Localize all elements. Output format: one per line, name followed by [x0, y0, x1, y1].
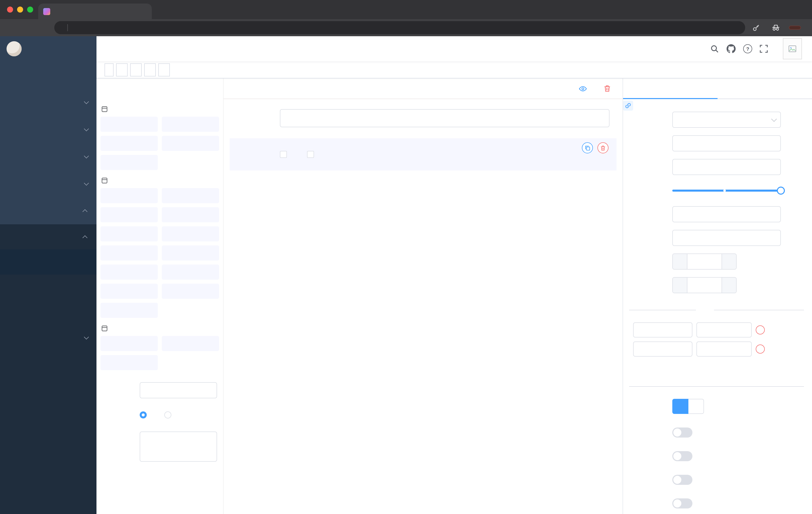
disabled-switch[interactable]: [672, 475, 692, 485]
slider-track[interactable]: [672, 190, 781, 192]
minimize-window-button[interactable]: [17, 6, 23, 12]
tab-strip: [0, 0, 812, 19]
min-select-input[interactable]: [687, 254, 722, 269]
zoom-window-button[interactable]: [27, 6, 33, 12]
gender-option-2[interactable]: [307, 151, 318, 158]
tag-process-model[interactable]: [130, 63, 142, 76]
tag-process-form-edit[interactable]: [158, 63, 170, 76]
help-icon[interactable]: ?: [743, 44, 752, 53]
grid-slider[interactable]: [672, 183, 781, 199]
component-switch[interactable]: [100, 226, 158, 241]
show-label-switch[interactable]: [672, 428, 692, 437]
gender-option-1[interactable]: [280, 151, 291, 158]
link-icon[interactable]: [623, 101, 633, 111]
canvas-field-gender-selected[interactable]: [230, 138, 616, 170]
checkbox-box[interactable]: [280, 151, 287, 158]
update-button[interactable]: [789, 26, 801, 30]
increase-button[interactable]: [722, 278, 736, 293]
component-time-picker[interactable]: [100, 245, 158, 261]
component-multi-line-text[interactable]: [162, 117, 219, 132]
clear-button[interactable]: [604, 85, 613, 92]
component-password[interactable]: [100, 136, 158, 151]
password-key-icon[interactable]: [752, 24, 760, 31]
style-button-button[interactable]: [688, 399, 704, 414]
field-name-input[interactable]: [672, 135, 781, 152]
trash-icon: [604, 85, 610, 92]
component-rate[interactable]: [100, 283, 158, 299]
style-default-button[interactable]: [672, 399, 688, 414]
border-switch[interactable]: [672, 451, 692, 461]
decrease-button[interactable]: [673, 254, 687, 269]
sidebar-item-home[interactable]: [0, 61, 96, 88]
fullscreen-icon[interactable]: [760, 45, 768, 53]
tag-process-definition[interactable]: [116, 63, 127, 76]
component-row-container[interactable]: [100, 336, 158, 351]
component-table[interactable]: [100, 355, 158, 370]
component-time-range[interactable]: [162, 245, 219, 261]
user-avatar[interactable]: [783, 38, 804, 59]
url-bar[interactable]: [54, 21, 745, 34]
sidebar-item-payment[interactable]: [0, 116, 96, 143]
increase-button[interactable]: [722, 254, 736, 269]
option-2-value-input[interactable]: [696, 342, 752, 357]
close-window-button[interactable]: [7, 6, 13, 12]
component-checkbox-group[interactable]: [162, 207, 219, 222]
sidebar-item-leave-query[interactable]: [0, 350, 96, 375]
remark-textarea[interactable]: [140, 432, 217, 462]
default-value-input[interactable]: [672, 230, 781, 246]
decrease-button[interactable]: [673, 278, 687, 293]
component-counter[interactable]: [162, 136, 219, 151]
component-button[interactable]: [162, 336, 219, 351]
component-editor[interactable]: [100, 155, 158, 170]
component-date-picker[interactable]: [100, 265, 158, 280]
phone-input[interactable]: [280, 109, 609, 127]
component-type-select[interactable]: [672, 112, 781, 128]
tag-process-form[interactable]: [144, 63, 156, 76]
tab-form-props[interactable]: [718, 78, 812, 99]
delete-field-button[interactable]: [598, 142, 609, 154]
component-single-line-text[interactable]: [100, 117, 158, 132]
component-upload[interactable]: [100, 303, 158, 318]
required-switch[interactable]: [672, 498, 692, 509]
slider-handle[interactable]: [777, 187, 785, 195]
max-select-input[interactable]: [687, 278, 722, 293]
option-1-value-input[interactable]: [696, 322, 752, 337]
view-json-button[interactable]: [579, 85, 590, 92]
form-name-input[interactable]: [140, 382, 217, 398]
tags-view: [96, 61, 812, 78]
sidebar-item-user-group[interactable]: [0, 275, 96, 300]
sidebar-item-workflow[interactable]: [0, 197, 96, 224]
eye-icon: [579, 85, 587, 92]
option-2-label-input[interactable]: [633, 342, 692, 357]
sidebar-item-process-form[interactable]: [0, 249, 96, 275]
component-cascader[interactable]: [162, 188, 219, 203]
search-icon[interactable]: [710, 45, 719, 53]
remove-option-button[interactable]: [756, 345, 765, 354]
component-date-range[interactable]: [162, 265, 219, 280]
label-width-input[interactable]: [672, 206, 781, 222]
canvas-field-phone[interactable]: [230, 109, 616, 127]
tab-component-props[interactable]: [623, 78, 718, 99]
status-radio-off[interactable]: [165, 407, 175, 423]
copy-field-button[interactable]: [582, 142, 593, 154]
option-1-label-input[interactable]: [633, 322, 692, 337]
prop-border: [629, 451, 781, 461]
sidebar-item-devtools[interactable]: [0, 170, 96, 197]
checkbox-box[interactable]: [307, 151, 314, 158]
remove-option-button[interactable]: [756, 325, 765, 334]
properties-body: [623, 99, 812, 514]
sidebar-item-process-mgmt[interactable]: [0, 224, 96, 249]
component-dropdown[interactable]: [100, 188, 158, 203]
browser-tab[interactable]: [38, 3, 152, 19]
github-icon[interactable]: [727, 44, 736, 53]
tag-home[interactable]: [105, 63, 114, 76]
sidebar-item-infra[interactable]: [0, 143, 96, 170]
component-radio-group[interactable]: [100, 207, 158, 222]
component-slider[interactable]: [162, 226, 219, 241]
sidebar-item-system[interactable]: [0, 88, 96, 116]
title-input[interactable]: [672, 159, 781, 175]
component-color-picker[interactable]: [162, 283, 219, 299]
sidebar-item-task-mgmt[interactable]: [0, 325, 96, 350]
status-radio-on[interactable]: [140, 407, 150, 423]
sidebar-item-process-model[interactable]: [0, 300, 96, 325]
